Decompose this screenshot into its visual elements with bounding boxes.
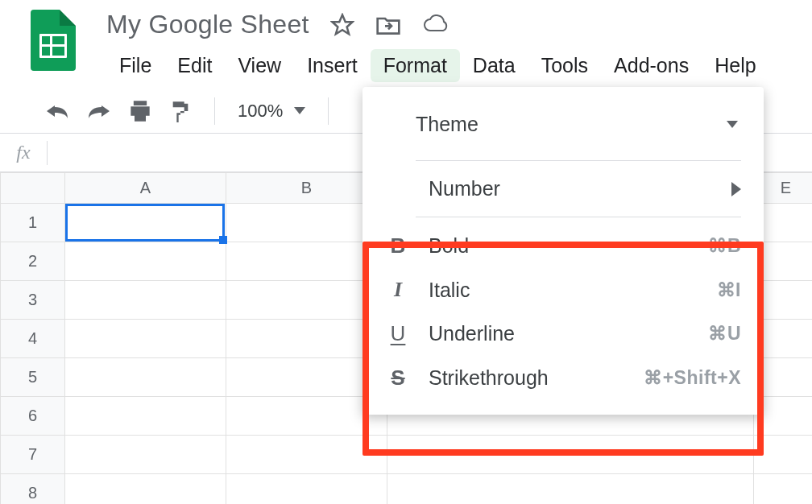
menu-view[interactable]: View [225,49,294,82]
sheets-app-icon[interactable] [31,10,76,71]
redo-button[interactable] [87,102,111,120]
star-icon[interactable] [330,13,354,37]
menu-theme[interactable]: Theme [362,101,764,154]
italic-icon: I [385,278,411,302]
zoom-select[interactable]: 100% [238,101,305,122]
menu-tools[interactable]: Tools [528,49,601,82]
menu-addons[interactable]: Add-ons [601,49,702,82]
format-dropdown: Theme Number B Bold ⌘B I Italic ⌘I U Und… [362,87,764,415]
row-8[interactable]: 8 [1,474,65,505]
row-5[interactable]: 5 [1,358,65,397]
undo-button[interactable] [45,102,69,120]
row-6[interactable]: 6 [1,397,65,436]
fx-label: fx [0,142,47,163]
strikethrough-icon: S [385,366,411,390]
row-1[interactable]: 1 [1,204,65,242]
row-2[interactable]: 2 [1,242,65,281]
menu-underline[interactable]: U Underline ⌘U [362,312,764,356]
print-button[interactable] [129,101,151,122]
select-all-corner[interactable] [1,173,65,204]
menu-italic[interactable]: I Italic ⌘I [362,268,764,312]
col-A[interactable]: A [65,173,226,204]
menu-help[interactable]: Help [702,49,768,82]
paint-format-button[interactable] [169,100,192,122]
submenu-arrow-icon [731,182,741,196]
row-4[interactable]: 4 [1,320,65,358]
menu-insert[interactable]: Insert [294,49,371,82]
menu-file[interactable]: File [106,49,164,82]
row-3[interactable]: 3 [1,281,65,320]
menu-data[interactable]: Data [460,49,528,82]
move-to-folder-icon[interactable] [375,14,401,36]
menu-edit[interactable]: Edit [164,49,225,82]
header: My Google Sheet File Edit [0,0,812,89]
cell-A1[interactable] [65,204,226,242]
menu-bar: File Edit View Insert Format Data Tools … [106,49,812,82]
zoom-value: 100% [238,101,283,122]
menu-format[interactable]: Format [371,49,460,82]
menu-number[interactable]: Number [362,167,764,210]
menu-strikethrough[interactable]: S Strikethrough ⌘+Shift+X [362,356,764,400]
doc-title[interactable]: My Google Sheet [106,10,309,39]
caret-down-icon [294,107,305,114]
caret-down-icon [727,121,738,128]
cloud-saved-icon[interactable] [422,14,450,35]
menu-bold[interactable]: B Bold ⌘B [362,224,764,268]
row-7[interactable]: 7 [1,436,65,474]
svg-marker-0 [332,14,352,34]
bold-icon: B [385,233,411,258]
underline-icon: U [385,321,411,346]
